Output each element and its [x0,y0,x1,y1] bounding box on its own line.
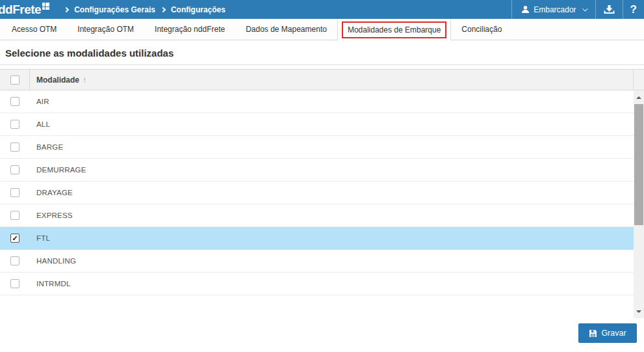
select-all-checkbox[interactable] [10,75,19,85]
chevron-down-icon [582,6,587,11]
row-label: EXPRESS [30,211,73,219]
row-checkbox[interactable] [10,142,19,152]
row-checkbox-cell [0,182,30,204]
app-logo: ddFrete [0,1,49,18]
tab-label: Dados de Mapeamento [246,25,327,34]
table-row[interactable]: DEMURRAGE [0,159,634,182]
row-checkbox-cell [0,204,30,226]
user-icon [521,5,530,14]
breadcrumb-item[interactable]: Configurações Gerais [74,5,155,14]
download-button[interactable] [596,0,623,19]
save-button[interactable]: Gravar [578,323,637,343]
download-icon [603,5,615,15]
tab-dados-de-mapeamento[interactable]: Dados de Mapeamento [235,19,337,40]
annotation-highlight: Modalidades de Embarque [342,21,446,38]
row-checkbox-cell [0,159,30,181]
table-row[interactable]: DRAYAGE [0,182,634,204]
header-checkbox-cell [0,70,30,90]
vertical-scrollbar[interactable] [634,90,644,318]
tab-label: Integração nddFrete [155,25,225,34]
column-header-modalidade[interactable]: Modalidade [30,75,79,85]
scroll-up-button[interactable] [634,92,644,102]
user-menu-label: Embarcador [534,5,576,14]
user-menu[interactable]: Embarcador [512,0,595,19]
table-row[interactable]: ✓FTL [0,227,634,250]
sort-asc-icon[interactable]: ↑ [83,75,86,85]
tab-bar: Acesso OTMIntegração OTMIntegração nddFr… [0,19,644,40]
top-bar: ddFrete Configurações GeraisConfiguraçõe… [0,0,644,19]
help-icon: ? [630,3,637,16]
help-button[interactable]: ? [623,0,644,19]
logo-grid-icon [42,3,49,10]
logo-text: ddFrete [0,1,41,18]
row-checkbox[interactable] [10,120,19,129]
breadcrumb: Configurações GeraisConfigurações [58,5,225,14]
modalities-table: Modalidade ↑ AIRALLBARGEDEMURRAGEDRAYAGE… [0,69,644,318]
row-checkbox-cell [0,136,30,158]
row-checkbox[interactable] [10,188,19,197]
row-checkbox[interactable] [10,211,19,220]
row-checkbox-cell [0,90,30,113]
row-checkbox-cell: ✓ [0,227,30,249]
table-row[interactable]: BARGE [0,136,634,159]
row-label: BARGE [30,143,63,151]
row-checkbox[interactable]: ✓ [10,234,19,243]
tab-integra-o-nddfrete[interactable]: Integração nddFrete [144,19,235,40]
tab-integra-o-otm[interactable]: Integração OTM [67,19,144,40]
save-icon [589,329,597,338]
table-row[interactable]: EXPRESS [0,204,634,227]
breadcrumb-item[interactable]: Configurações [171,5,225,14]
row-label: ALL [30,120,50,128]
table-row[interactable]: ALL [0,113,634,136]
table-row[interactable]: HANDLING [0,250,634,273]
row-label: FTL [30,234,50,242]
scroll-down-icon [636,310,641,313]
row-checkbox[interactable] [10,279,19,288]
table-row[interactable]: AIR [0,90,634,113]
row-checkbox-cell [0,273,30,295]
row-label: AIR [30,98,49,105]
row-checkbox[interactable] [10,97,19,106]
row-checkbox-cell [0,250,30,272]
table-rows: AIRALLBARGEDEMURRAGEDRAYAGEEXPRESS✓FTLHA… [0,90,634,295]
table-row[interactable]: INTRMDL [0,273,634,295]
scrollbar-thumb[interactable] [634,104,643,225]
row-checkbox-cell [0,113,30,135]
scroll-down-button[interactable] [634,306,644,316]
breadcrumb-chevron-icon [64,7,69,12]
row-checkbox[interactable] [10,256,19,265]
save-button-label: Gravar [601,329,626,338]
table-body: AIRALLBARGEDEMURRAGEDRAYAGEEXPRESS✓FTLHA… [0,90,644,318]
tab-label: Acesso OTM [12,25,57,34]
row-checkbox[interactable] [10,165,19,174]
table-header-row: Modalidade ↑ [0,69,644,90]
breadcrumb-chevron-icon [161,7,166,12]
tab-concilia-o[interactable]: Conciliação [451,19,512,40]
row-label: INTRMDL [30,280,71,288]
row-label: DRAYAGE [30,189,73,196]
scroll-up-icon [636,96,641,99]
tab-acesso-otm[interactable]: Acesso OTM [1,19,67,40]
page-title: Selecione as modalidades utilizadas [0,40,644,65]
app-window: ddFrete Configurações GeraisConfiguraçõe… [0,0,644,352]
tab-label: Conciliação [461,25,502,34]
tab-label: Integração OTM [77,25,134,34]
top-bar-actions: Embarcador ? [511,0,644,19]
tab-modalidades-de-embarque[interactable]: Modalidades de Embarque [337,19,451,40]
row-label: DEMURRAGE [30,166,86,174]
row-label: HANDLING [30,257,76,265]
